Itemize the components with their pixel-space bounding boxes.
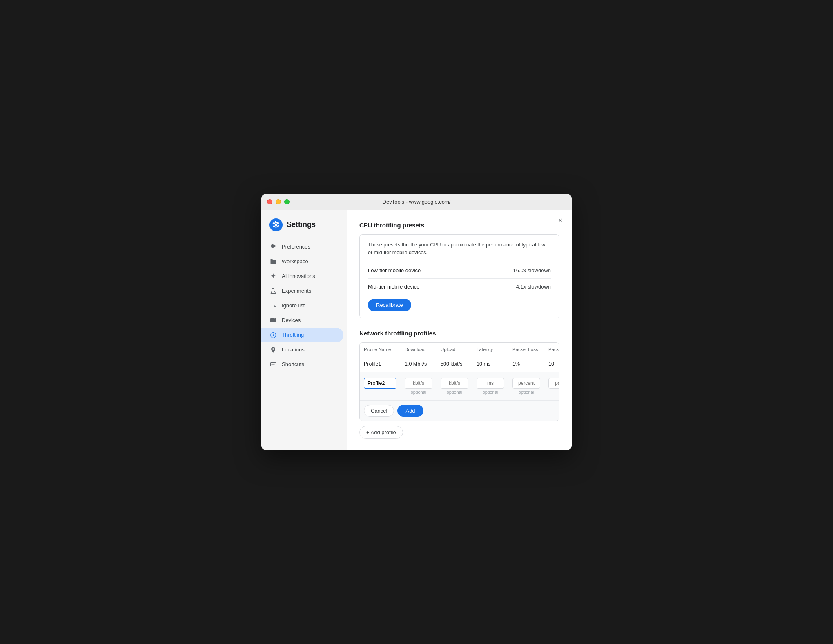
sidebar-item-ai-label: AI innovations — [282, 273, 315, 279]
cpu-description: These presets throttle your CPU to appro… — [368, 241, 551, 257]
folder-icon — [270, 258, 277, 265]
mid-tier-value: 4.1x slowdown — [516, 284, 551, 290]
main-layout: Settings Preferences — [261, 210, 572, 451]
sidebar-item-shortcuts-label: Shortcuts — [282, 361, 304, 367]
sidebar-item-ai-innovations[interactable]: AI innovations — [261, 269, 343, 284]
content-area: × CPU throttling presets These presets t… — [347, 210, 572, 451]
sidebar-item-locations-label: Locations — [282, 346, 305, 353]
col-header-name: Profile Name — [360, 343, 401, 356]
profile-name-input[interactable] — [364, 378, 396, 389]
settings-icon — [270, 218, 283, 231]
col-header-latency: Latency — [472, 343, 508, 356]
cpu-info-box: These presets throttle your CPU to appro… — [359, 234, 559, 319]
profile-upload-cell: optional — [437, 372, 472, 401]
profile1-download: 1.0 Mbit/s — [401, 356, 437, 372]
queue-optional-label: optional — [548, 390, 559, 395]
list-x-icon — [270, 302, 277, 309]
traffic-lights — [267, 199, 290, 204]
sidebar-item-experiments-label: Experiments — [282, 288, 311, 294]
titlebar: DevTools - www.google.com/ — [261, 194, 572, 210]
profile1-latency: 10 ms — [472, 356, 508, 372]
profile1-upload: 500 kbit/s — [437, 356, 472, 372]
sidebar-item-workspace[interactable]: Workspace — [261, 254, 343, 269]
profile-name-cell — [360, 372, 401, 401]
sidebar: Settings Preferences — [261, 210, 347, 451]
profile-packet-queue-input[interactable] — [548, 378, 559, 389]
sidebar-item-preferences-label: Preferences — [282, 244, 310, 250]
sidebar-item-devices-label: Devices — [282, 317, 301, 323]
loss-optional-label: optional — [512, 390, 540, 395]
network-throttling-section: Network throttling profiles Profile Name… — [359, 330, 559, 439]
minimize-traffic-light[interactable] — [276, 199, 281, 204]
profile-table: Profile Name Download Upload Latency Pac… — [360, 343, 559, 400]
sidebar-item-throttling-label: Throttling — [282, 332, 304, 338]
sparkle-icon — [270, 273, 277, 280]
maximize-traffic-light[interactable] — [284, 199, 290, 204]
mid-tier-preset-row: Mid-tier mobile device 4.1x slowdown — [368, 278, 551, 295]
edit-actions: Cancel Add — [360, 400, 559, 421]
sidebar-header: Settings — [261, 218, 347, 240]
table-header-row: Profile Name Download Upload Latency Pac… — [360, 343, 559, 356]
profile1-packet-loss: 1% — [508, 356, 544, 372]
col-header-packet-queue: Packet Queue Length — [544, 343, 559, 356]
profile-download-input[interactable] — [405, 378, 432, 389]
upload-optional-label: optional — [441, 390, 468, 395]
col-header-download: Download — [401, 343, 437, 356]
col-header-packet-loss: Packet Loss — [508, 343, 544, 356]
devices-icon — [270, 317, 277, 324]
cpu-section-title: CPU throttling presets — [359, 222, 559, 229]
throttle-icon — [270, 331, 277, 339]
profile-packet-loss-input[interactable] — [512, 378, 540, 389]
sidebar-item-devices[interactable]: Devices — [261, 313, 343, 328]
close-button[interactable]: × — [555, 216, 565, 226]
keyboard-icon — [270, 361, 277, 368]
profile1-summary-row: Profile1 1.0 Mbit/s 500 kbit/s 10 ms 1% … — [360, 356, 559, 372]
add-button[interactable]: Add — [397, 405, 423, 417]
profile-packet-queue-cell: optional — [544, 372, 559, 401]
sidebar-item-ignore-label: Ignore list — [282, 302, 305, 309]
sidebar-item-shortcuts[interactable]: Shortcuts — [261, 357, 343, 372]
low-tier-preset-row: Low-tier mobile device 16.0x slowdown — [368, 262, 551, 278]
devtools-window: DevTools - www.google.com/ Settings — [261, 194, 572, 451]
sidebar-item-workspace-label: Workspace — [282, 258, 308, 264]
sidebar-item-ignore-list[interactable]: Ignore list — [261, 298, 343, 313]
low-tier-label: Low-tier mobile device — [368, 267, 421, 273]
sidebar-item-experiments[interactable]: Experiments — [261, 284, 343, 298]
low-tier-value: 16.0x slowdown — [513, 267, 551, 273]
pin-icon — [270, 346, 277, 353]
svg-point-0 — [273, 334, 274, 335]
download-optional-label: optional — [405, 390, 432, 395]
profile1-name: Profile1 — [360, 356, 401, 372]
profile-edit-row: optional optional optional — [360, 372, 559, 401]
recalibrate-button[interactable]: Recalibrate — [368, 299, 411, 311]
cpu-throttling-section: CPU throttling presets These presets thr… — [359, 222, 559, 319]
profile-latency-input[interactable] — [477, 378, 504, 389]
cancel-button[interactable]: Cancel — [364, 405, 394, 417]
flask-icon — [270, 287, 277, 295]
mid-tier-label: Mid-tier mobile device — [368, 284, 419, 290]
window-title: DevTools - www.google.com/ — [383, 199, 451, 205]
sidebar-item-preferences[interactable]: Preferences — [261, 240, 343, 254]
sidebar-item-throttling[interactable]: Throttling — [261, 328, 343, 342]
profile-latency-cell: optional — [472, 372, 508, 401]
close-icon: × — [558, 216, 563, 225]
col-header-upload: Upload — [437, 343, 472, 356]
profile-upload-input[interactable] — [441, 378, 468, 389]
network-profiles-box: Profile Name Download Upload Latency Pac… — [359, 342, 559, 421]
latency-optional-label: optional — [477, 390, 504, 395]
sidebar-title: Settings — [287, 220, 316, 229]
sidebar-item-locations[interactable]: Locations — [261, 342, 343, 357]
close-traffic-light[interactable] — [267, 199, 272, 204]
profile-packet-loss-cell: optional — [508, 372, 544, 401]
gear-icon — [270, 243, 277, 251]
add-profile-button[interactable]: + Add profile — [359, 426, 403, 439]
profile-download-cell: optional — [401, 372, 437, 401]
network-section-title: Network throttling profiles — [359, 330, 559, 337]
profile1-packet-queue: 10 — [544, 356, 559, 372]
